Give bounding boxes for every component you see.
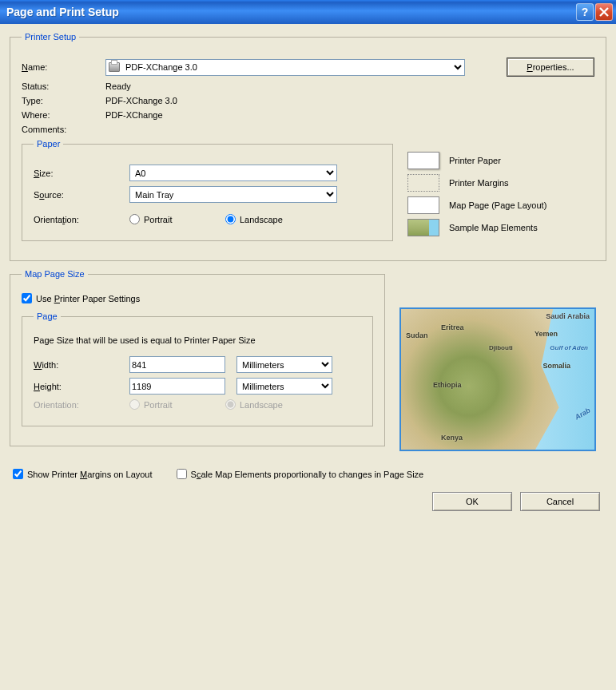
map-label: Sudan bbox=[406, 331, 428, 339]
width-label: Width: bbox=[34, 360, 129, 370]
printer-margins-swatch bbox=[407, 174, 439, 192]
map-label: Somalia bbox=[542, 362, 570, 370]
map-preview: Saudi Arabia Eritrea Sudan Yemen Djibout… bbox=[399, 307, 596, 451]
scale-map-elements-check[interactable]: Scale Map Elements proportionally to cha… bbox=[177, 469, 424, 479]
page-landscape-radio: Landscape bbox=[225, 399, 283, 410]
printer-icon bbox=[109, 62, 120, 72]
printer-margins-label: Printer Margins bbox=[449, 178, 509, 188]
height-unit-select[interactable]: Millimeters bbox=[236, 378, 332, 395]
page-legend: Page bbox=[34, 311, 61, 321]
page-portrait-radio: Portrait bbox=[129, 399, 225, 410]
page-orientation-label: Orientation: bbox=[34, 400, 129, 410]
comments-label: Comments: bbox=[22, 125, 105, 134]
map-page-size-group: Map Page Size Use Printer Paper Settings… bbox=[10, 269, 385, 446]
printer-paper-swatch bbox=[407, 152, 439, 169]
where-value: PDF-XChange bbox=[105, 110, 163, 120]
status-label: Status: bbox=[22, 81, 105, 91]
legend-panel: Printer Paper Printer Margins Map Page (… bbox=[407, 139, 594, 249]
map-label: Ethiopia bbox=[433, 381, 462, 389]
map-label: Kenya bbox=[441, 434, 463, 442]
width-input[interactable] bbox=[129, 356, 225, 373]
paper-legend: Paper bbox=[34, 139, 63, 149]
paper-landscape-radio[interactable]: Landscape bbox=[225, 214, 283, 224]
properties-button[interactable]: Properties... bbox=[507, 58, 594, 77]
type-label: Type: bbox=[22, 96, 105, 105]
page-hint: Page Size that will be used is equal to … bbox=[34, 335, 361, 345]
help-button[interactable]: ? bbox=[576, 3, 594, 21]
map-label: Saudi Arabia bbox=[546, 312, 590, 320]
cancel-button[interactable]: Cancel bbox=[520, 492, 600, 511]
paper-group: Paper Size: A0 Source: Main Tray bbox=[22, 139, 393, 241]
type-value: PDF-XChange 3.0 bbox=[105, 96, 177, 105]
map-page-swatch bbox=[407, 196, 439, 214]
name-label: Name: bbox=[22, 62, 105, 72]
size-label: Size: bbox=[34, 169, 129, 178]
map-label: Eritrea bbox=[441, 323, 464, 331]
map-page-label: Map Page (Page Layout) bbox=[449, 200, 546, 210]
page-group: Page Page Size that will be used is equa… bbox=[22, 311, 373, 426]
printer-paper-label: Printer Paper bbox=[449, 156, 501, 165]
map-label: Yemen bbox=[535, 330, 558, 338]
paper-orientation-label: Orientation: bbox=[34, 215, 129, 224]
paper-source-select[interactable]: Main Tray bbox=[129, 186, 337, 203]
width-unit-select[interactable]: Millimeters bbox=[236, 356, 332, 373]
sample-map-label: Sample Map Elements bbox=[449, 223, 538, 232]
height-input[interactable] bbox=[129, 378, 225, 395]
ok-button[interactable]: OK bbox=[432, 492, 512, 511]
show-printer-margins-check[interactable]: Show Printer Margins on Layout bbox=[13, 469, 153, 479]
printer-name-select[interactable]: PDF-XChange 3.0 bbox=[105, 59, 465, 76]
sample-map-swatch bbox=[407, 219, 439, 236]
title-bar: Page and Print Setup ? bbox=[0, 0, 616, 24]
printer-setup-group: Printer Setup Name: PDF-XChange 3.0 Prop… bbox=[10, 32, 606, 261]
map-page-size-legend: Map Page Size bbox=[22, 269, 88, 279]
paper-size-select[interactable]: A0 bbox=[129, 165, 337, 181]
paper-portrait-radio[interactable]: Portrait bbox=[129, 214, 225, 224]
height-label: Height: bbox=[34, 382, 129, 391]
map-label: Gulf of Aden bbox=[550, 344, 588, 351]
source-label: Source: bbox=[34, 190, 129, 200]
map-label: Djibouti bbox=[489, 344, 513, 351]
window-title: Page and Print Setup bbox=[6, 6, 574, 18]
close-button[interactable] bbox=[595, 3, 613, 21]
use-printer-settings-check[interactable]: Use Printer Paper Settings bbox=[22, 293, 373, 303]
where-label: Where: bbox=[22, 110, 105, 120]
status-value: Ready bbox=[105, 81, 131, 91]
printer-setup-legend: Printer Setup bbox=[22, 32, 79, 42]
